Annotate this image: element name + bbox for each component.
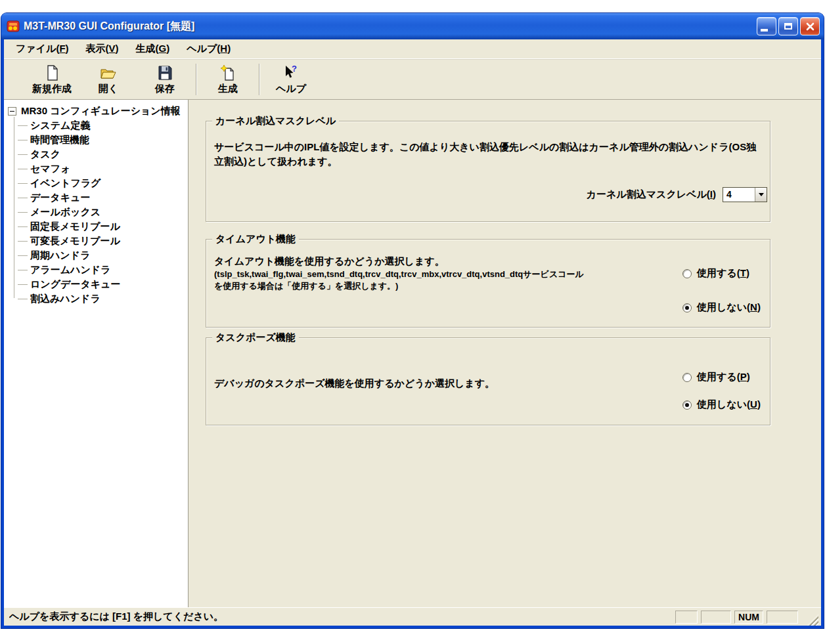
tree-item-cyclic-handler[interactable]: 周期ハンドラ xyxy=(8,248,185,263)
chevron-down-icon[interactable] xyxy=(755,188,767,202)
radio-selected-icon xyxy=(682,400,692,410)
menu-file[interactable]: ファイル(F) xyxy=(8,40,77,58)
menu-generate[interactable]: 生成(G) xyxy=(128,40,178,58)
status-message: ヘルプを表示するには [F1] を押してください。 xyxy=(9,611,672,623)
config-tree: MR30 コンフィギュレーション情報 システム定義 時間管理機能 タスク セマフ… xyxy=(4,100,189,607)
tree-item-fixed-memorypool[interactable]: 固定長メモリプール xyxy=(8,219,185,234)
minimize-icon xyxy=(761,29,768,32)
open-button[interactable]: 開く xyxy=(80,61,137,98)
timeout-description-line2: (tslp_tsk,twai_flg,twai_sem,tsnd_dtq,trc… xyxy=(214,268,584,280)
group-title: カーネル割込マスクレベル xyxy=(212,115,339,127)
save-floppy-icon xyxy=(156,64,173,81)
tree-item-long-dataqueue[interactable]: ロングデータキュー xyxy=(8,277,185,291)
settings-panel: カーネル割込マスクレベル サービスコール中のIPL値を設定します。この値より大き… xyxy=(189,100,821,607)
tree-item-task[interactable]: タスク xyxy=(8,147,185,161)
close-icon xyxy=(806,22,814,31)
timeout-description-line3: を使用する場合は「使用する」を選択します。) xyxy=(214,280,584,292)
tree-item-time-management[interactable]: 時間管理機能 xyxy=(8,133,185,147)
radio-selected-icon xyxy=(682,303,692,312)
save-button[interactable]: 保存 xyxy=(137,61,193,98)
window-title: M3T-MR30 GUI Configurator [無題] xyxy=(24,20,753,33)
group-kernel-interrupt-mask-level: カーネル割込マスクレベル サービスコール中のIPL値を設定します。この値より大き… xyxy=(206,121,770,222)
group-task-pause-function: タスクポーズ機能 デバッガのタスクポーズ機能を使用するかどうか選択します。 使用… xyxy=(206,337,770,425)
open-folder-icon xyxy=(100,64,117,81)
kernel-mask-level-select[interactable]: 4 xyxy=(723,187,767,202)
resize-grip[interactable] xyxy=(807,614,818,626)
timeout-use-radio[interactable]: 使用する(T) xyxy=(682,267,749,280)
statusbar: ヘルプを表示するには [F1] を押してください。 NUM xyxy=(4,607,821,626)
radio-unselected-icon xyxy=(682,269,692,278)
timeout-description-line1: タイムアウト機能を使用するかどうか選択します。 xyxy=(214,254,584,268)
tree-item-interrupt-handler[interactable]: 割込みハンドラ xyxy=(8,291,185,306)
menubar: ファイル(F) 表示(V) 生成(G) ヘルプ(H) xyxy=(4,39,821,59)
tree-item-dataqueue[interactable]: データキュー xyxy=(8,190,185,205)
toolbar-separator xyxy=(196,64,197,95)
app-window: M3T-MR30 GUI Configurator [無題] ファイル(F) 表… xyxy=(1,13,824,628)
status-pane-1 xyxy=(675,611,698,624)
radio-unselected-icon xyxy=(682,373,692,382)
tree-item-semaphore[interactable]: セマフォ xyxy=(8,161,185,176)
task-pause-use-radio[interactable]: 使用する(P) xyxy=(682,371,750,383)
task-pause-nouse-radio[interactable]: 使用しない(U) xyxy=(682,398,761,411)
minimize-button[interactable] xyxy=(757,17,776,35)
app-icon xyxy=(7,20,20,33)
kernel-mask-description: サービスコール中のIPL値を設定します。この値より大きい割込優先レベルの割込はカ… xyxy=(206,121,770,169)
tree-item-mailbox[interactable]: メールボックス xyxy=(8,205,185,219)
status-num-indicator: NUM xyxy=(734,611,763,624)
tree-root-mr30-configuration[interactable]: MR30 コンフィギュレーション情報 xyxy=(8,104,185,118)
svg-text:?: ? xyxy=(292,64,297,74)
kernel-mask-level-label: カーネル割込マスクレベル(I) xyxy=(587,188,716,201)
maximize-icon xyxy=(784,23,792,30)
tree-collapse-icon[interactable] xyxy=(8,107,16,116)
new-button[interactable]: 新規作成 xyxy=(24,61,80,98)
tree-item-variable-memorypool[interactable]: 可変長メモリプール xyxy=(8,234,185,248)
help-cursor-icon: ? xyxy=(282,64,300,81)
tree-item-alarm-handler[interactable]: アラームハンドラ xyxy=(8,263,185,277)
tree-item-eventflag[interactable]: イベントフラグ xyxy=(8,176,185,190)
titlebar[interactable]: M3T-MR30 GUI Configurator [無題] xyxy=(1,13,824,39)
toolbar-separator xyxy=(259,64,260,95)
menu-help[interactable]: ヘルプ(H) xyxy=(179,40,238,58)
group-title: タスクポーズ機能 xyxy=(212,332,299,344)
generate-document-icon xyxy=(219,64,236,81)
task-pause-description: デバッガのタスクポーズ機能を使用するかどうか選択します。 xyxy=(214,376,495,391)
tree-item-system-definition[interactable]: システム定義 xyxy=(8,118,185,133)
kernel-mask-level-value: 4 xyxy=(723,188,755,202)
help-button[interactable]: ? ヘルプ xyxy=(263,61,319,98)
maximize-button[interactable] xyxy=(778,17,798,35)
toolbar: 新規作成 開く 保存 xyxy=(4,59,821,100)
new-document-icon xyxy=(43,64,60,81)
close-button[interactable] xyxy=(800,17,820,35)
desktop-background: M3T-MR30 GUI Configurator [無題] ファイル(F) 表… xyxy=(0,0,825,644)
group-timeout-function: タイムアウト機能 タイムアウト機能を使用するかどうか選択します。 (tslp_t… xyxy=(206,239,770,328)
generate-button[interactable]: 生成 xyxy=(200,61,256,98)
menu-view[interactable]: 表示(V) xyxy=(78,40,127,58)
group-title: タイムアウト機能 xyxy=(212,233,299,246)
status-pane-2 xyxy=(701,611,731,624)
status-pane-3 xyxy=(767,611,798,624)
timeout-nouse-radio[interactable]: 使用しない(N) xyxy=(682,301,761,314)
